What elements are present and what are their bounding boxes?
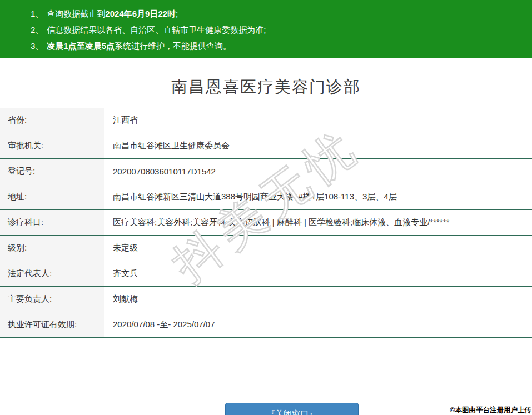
table-row-legal-representative: 法定代表人: 齐文兵 [0,261,532,287]
row-value: 南昌市红谷滩区卫生健康委员会 [104,133,532,158]
notice-banner: 1、查询数据截止到2024年6月9日22时; 2、信息数据结果以各省、自治区、直… [0,0,532,58]
table-row-medical-subjects: 诊疗科目: 医疗美容科;美容外科;美容牙科;美容皮肤科 | 麻醉科 | 医学检验… [0,210,532,236]
notice-number: 2、 [31,25,43,34]
row-label: 级别: [0,236,104,261]
notice-bold-text: 2024年6月9日22时 [105,9,176,18]
notice-text: 信息数据结果以各省、自治区、直辖市卫生健康委数据为准; [47,25,266,34]
footer-divider [0,389,532,389]
notice-line-1: 1、查询数据截止到2024年6月9日22时; [31,6,521,22]
info-table: 省份: 江西省 审批机关: 南昌市红谷滩区卫生健康委员会 登记号: 202007… [0,108,532,338]
row-label: 登记号: [0,159,104,184]
notice-text: 系统进行维护，不能提供查询。 [115,41,231,51]
notice-line-2: 2、信息数据结果以各省、自治区、直辖市卫生健康委数据为准; [31,22,521,38]
row-value: 2020/07/08 -至- 2025/07/07 [104,312,532,337]
table-row-province: 省份: 江西省 [0,108,532,133]
upload-attribution-note: ©本图由平台注册用户上传 [450,406,531,415]
row-label: 法定代表人: [0,261,104,286]
row-label: 地址: [0,184,104,209]
row-value: 20200708036010117D1542 [104,159,532,184]
row-value: 齐文兵 [104,261,532,286]
notice-bold-text: 凌晨1点至凌晨5点 [47,41,115,51]
notice-number: 1、 [31,9,43,18]
table-row-license-validity: 执业许可证有效期: 2020/07/08 -至- 2025/07/07 [0,312,532,338]
table-row-level: 级别: 未定级 [0,236,532,261]
row-value: 刘献梅 [104,287,532,312]
close-window-button[interactable]: 『关闭窗口』 [225,403,359,415]
table-row-main-person-in-charge: 主要负责人: 刘献梅 [0,287,532,312]
row-label: 主要负责人: [0,287,104,312]
table-row-address: 地址: 南昌市红谷滩新区三清山大道388号明园商业大楼5#楼1层108-113、… [0,184,532,210]
row-label: 审批机关: [0,133,104,158]
page-title: 南昌恩喜医疗美容门诊部 [0,76,532,98]
row-label: 执业许可证有效期: [0,312,104,337]
row-value: 江西省 [104,108,532,133]
row-value: 医疗美容科;美容外科;美容牙科;美容皮肤科 | 麻醉科 | 医学检验科;临床体液… [104,210,532,235]
notice-number: 3、 [31,41,43,51]
row-value: 未定级 [104,236,532,261]
notice-text: ; [176,9,178,18]
notice-line-3: 3、凌晨1点至凌晨5点系统进行维护，不能提供查询。 [31,38,521,54]
table-row-registration-number: 登记号: 20200708036010117D1542 [0,159,532,184]
row-label: 诊疗科目: [0,210,104,235]
row-value: 南昌市红谷滩新区三清山大道388号明园商业大楼5#楼1层108-113、3层、4… [104,184,532,209]
table-row-approval-authority: 审批机关: 南昌市红谷滩区卫生健康委员会 [0,133,532,159]
notice-text: 查询数据截止到 [47,9,105,18]
row-label: 省份: [0,108,104,133]
